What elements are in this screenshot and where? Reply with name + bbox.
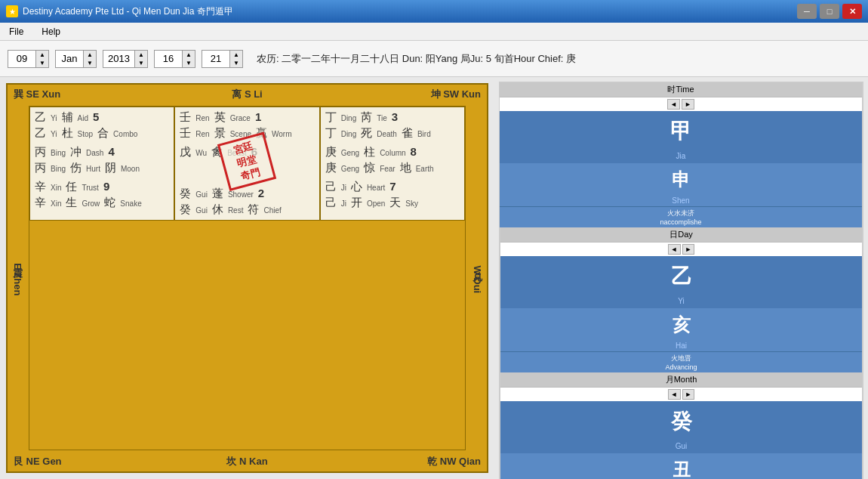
pillar-2-earthly: 丑 [500,453,862,479]
pillar-0-earthly-label: Shen [500,196,862,206]
day1-down[interactable]: ▼ [183,59,195,67]
dir-n: 坎 N Kan [226,455,267,468]
pillar-0-heavenly-label: Jia [500,152,862,163]
cell-se-chi1: 乙 [35,110,46,125]
maximize-button[interactable]: □ [820,4,839,19]
dir-w: 兑 W Dui [470,263,484,293]
hour-down[interactable]: ▼ [36,59,48,67]
close-button[interactable]: ✕ [842,4,862,19]
cell-se-r4c1: 丙 [35,161,46,175]
cell-se-r2e3: Combo [113,130,137,138]
cell-se-r6e1: Xin [51,199,61,208]
cell-se-r6c3: 蛇 [104,196,115,210]
cell-se-en1: Yi [51,114,57,122]
pillar-0-prev[interactable]: ◄ [667,99,680,110]
cell-se-r2e2: Stop [78,130,94,138]
cell-sw: 丁 Ding 芮 Tie 3 丁 Ding 死 Death 雀 Bird [320,107,465,221]
year-value: 2013 [103,53,134,64]
cell-se-chi2: 辅 [62,110,73,125]
dir-e: 震 E Zhen [11,261,24,296]
qimen-grid: 乙 Yi 辅 Aid 5 乙 Yi 杜 Stop 合 Combo [29,106,466,450]
pillar-2-next[interactable]: ► [682,389,695,400]
day1-spinner: 16 ▲ ▼ [154,50,195,68]
month-down[interactable]: ▼ [84,59,96,67]
cell-se-r2c2: 杜 [62,126,73,141]
cell-se-r6e3: Snake [120,199,141,208]
day2-value: 21 [202,53,229,64]
cell-se-r3c2: 冲 [70,145,82,159]
pillar-0-next[interactable]: ► [682,99,694,110]
pillar-1-next[interactable]: ► [682,244,695,255]
cell-se-r4e2: Hurt [86,165,100,173]
cell-s: 壬 Ren 英 Grace 1 壬 Ren 景 Scene 蠃 Worm [174,107,319,221]
cell-se-r6c1: 辛 [35,196,46,210]
toolbar-info: 农历: 二零一二年十一月二十八日 Dun: 阳Yang 局Ju: 5 旬首Hou… [257,52,576,66]
dir-s: 离 S Li [232,88,262,101]
dir-nw: 乾 NW Qian [427,455,481,468]
window-controls: ─ □ ✕ [797,4,862,19]
minimize-button[interactable]: ─ [797,4,817,19]
pillars-container: 时Time◄►甲Jia申Shen火水未济 naccomplishe日Day◄►乙… [499,82,863,479]
day2-spinner: 21 ▲ ▼ [202,50,243,68]
pillar-1-heavenly: 乙 [500,256,862,297]
cell-se-r4e3: Moon [121,165,140,173]
cell-se-r4e1: Bing [51,165,66,173]
pillar-1-prev[interactable]: ◄ [668,244,681,255]
cell-se-r3c1: 丙 [35,145,46,159]
year-down[interactable]: ▼ [135,59,147,67]
pillar-2-heavenly-label: Gui [500,442,862,453]
menu-help[interactable]: Help [35,25,66,39]
window-title: Destiny Academy Pte Ltd - Qi Men Dun Jia… [23,5,793,18]
year-up[interactable]: ▲ [135,51,147,59]
cell-se-r2c1: 乙 [35,126,46,141]
hour-value: 09 [8,53,35,64]
menu-file[interactable]: File [3,25,29,39]
cell-se-r5num: 9 [103,180,109,193]
cell-se-r3e2: Dash [86,149,103,157]
month-up[interactable]: ▲ [84,51,96,59]
qimen-panel: 巽 SE Xun 离 S Li 坤 SW Kun 震 E Zhen 兑 W Du… [0,77,494,479]
pillar-2-prev[interactable]: ◄ [668,389,681,400]
dir-sw: 坤 SW Kun [431,88,481,101]
pillar-1: 日Day◄►乙Yi亥Hai火地晋 Advancing [500,227,863,372]
cell-se-r5e1: Xin [51,184,61,192]
day2-down[interactable]: ▼ [230,59,242,67]
day2-up[interactable]: ▲ [230,51,242,59]
day1-up[interactable]: ▲ [183,51,195,59]
cell-se-r6e2: Grow [82,199,100,208]
pillar-1-header: 日Day [500,227,862,243]
dir-ne: 艮 NE Gen [14,455,62,468]
pillar-0-earthly: 申 [500,163,862,196]
dir-se: 巽 SE Xun [14,88,60,101]
day1-value: 16 [155,53,182,64]
main-content: 巽 SE Xun 离 S Li 坤 SW Kun 震 E Zhen 兑 W Du… [0,77,868,479]
cell-se-r3num: 4 [108,145,114,158]
year-spinner: 2013 ▲ ▼ [103,50,148,68]
title-bar: ★ Destiny Academy Pte Ltd - Qi Men Dun J… [0,0,868,23]
pillar-2: 月Month◄►癸Gui丑Chou山火贲 Beautifying [500,372,863,479]
cell-se-r4c2: 伤 [70,161,82,175]
month-spinner: Jan ▲ ▼ [55,50,97,68]
pillar-1-heavenly-label: Yi [500,297,862,308]
cell-se-r2c3: 合 [97,126,109,141]
app-icon: ★ [6,5,18,17]
cell-se-num: 5 [93,110,99,123]
cell-se: 乙 Yi 辅 Aid 5 乙 Yi 杜 Stop 合 Combo [29,107,174,221]
pillar-2-heavenly: 癸 [500,401,862,442]
pillar-1-earthly-label: Hai [500,341,862,351]
cell-se-r5e2: Trust [82,184,98,192]
pillar-0: 时Time◄►甲Jia申Shen火水未济 naccomplishe [500,82,863,227]
toolbar: 09 ▲ ▼ Jan ▲ ▼ 2013 ▲ ▼ 16 ▲ [0,41,868,77]
menu-bar: File Help [0,23,868,41]
cell-se-r3e1: Bing [51,149,66,157]
hour-spinner: 09 ▲ ▼ [8,50,49,68]
pillar-0-header: 时Time [500,82,862,97]
cell-se-r5c1: 辛 [35,180,46,194]
cell-se-r5c2: 任 [66,180,77,194]
cell-se-r4c3: 阴 [105,161,116,175]
pillar-0-heavenly: 甲 [500,111,862,152]
qimen-outer: 巽 SE Xun 离 S Li 坤 SW Kun 震 E Zhen 兑 W Du… [6,83,488,473]
hour-up[interactable]: ▲ [36,51,48,59]
pillar-2-header: 月Month [500,372,862,388]
right-panel: 时Time◄►甲Jia申Shen火水未济 naccomplishe日Day◄►乙… [494,77,868,479]
